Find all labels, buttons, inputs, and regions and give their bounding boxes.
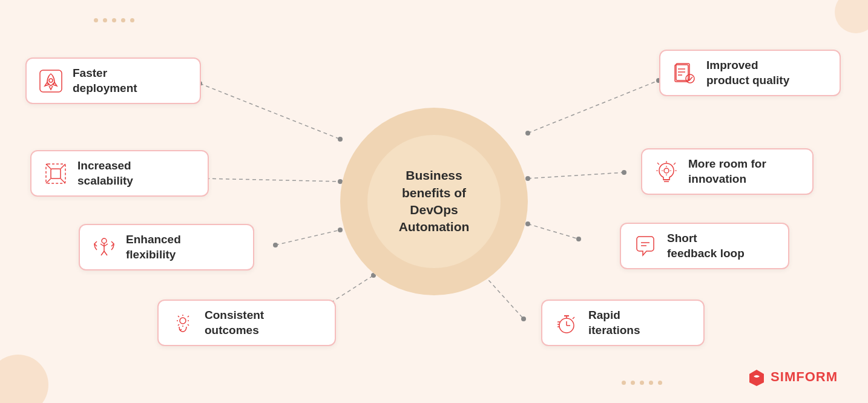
center-title: Business benefits of DevOps Automation <box>399 167 470 235</box>
svg-line-0 <box>200 84 340 139</box>
svg-line-1 <box>206 179 340 182</box>
svg-line-4 <box>528 80 659 133</box>
consistent-outcomes-label: Consistentoutcomes <box>205 308 264 338</box>
scalability-icon <box>41 159 70 188</box>
improved-product-quality-label: Improvedproduct quality <box>706 58 789 88</box>
svg-line-28 <box>46 164 51 169</box>
card-enhanced-flexibility: Enhancedflexibility <box>79 224 254 270</box>
card-rapid-iterations: Rapiditerations <box>541 300 705 346</box>
card-faster-deployment: Fasterdeployment <box>25 57 201 104</box>
gear-hand-icon <box>168 309 197 338</box>
simform-logo-text: SIMFORM <box>771 369 838 385</box>
svg-point-39 <box>686 74 694 83</box>
checklist-icon <box>670 59 699 88</box>
card-improved-product-quality: Improvedproduct quality <box>659 50 841 96</box>
chat-icon <box>631 232 660 261</box>
stopwatch-icon <box>552 309 581 338</box>
flexibility-icon <box>90 233 119 262</box>
deco-circle-top-right <box>835 0 868 33</box>
inner-circle: Business benefits of DevOps Automation <box>367 135 501 268</box>
svg-line-6 <box>528 224 579 239</box>
card-short-feedback-loop: Shortfeedback loop <box>620 223 789 269</box>
svg-point-33 <box>180 318 186 324</box>
rocket-icon <box>36 67 65 96</box>
faster-deployment-label: Fasterdeployment <box>73 66 137 96</box>
svg-point-12 <box>273 243 278 247</box>
simform-logo: SIMFORM <box>748 368 838 386</box>
svg-point-25 <box>49 79 53 82</box>
svg-line-31 <box>61 179 65 183</box>
deco-circle-bottom-left <box>0 355 48 403</box>
svg-line-30 <box>46 179 51 183</box>
lightbulb-icon <box>652 157 681 186</box>
short-feedback-loop-label: Shortfeedback loop <box>667 231 745 261</box>
svg-point-23 <box>521 316 526 321</box>
outer-ring: Business benefits of DevOps Automation <box>340 108 528 295</box>
center-circle-container: Business benefits of DevOps Automation <box>340 108 528 295</box>
simform-logo-icon <box>748 368 766 386</box>
svg-line-29 <box>61 164 65 169</box>
more-room-innovation-label: More room forinnovation <box>688 157 766 186</box>
increased-scalability-label: Increasedscalability <box>77 159 133 188</box>
svg-point-19 <box>622 170 626 175</box>
decorative-dots-top-left <box>94 18 134 22</box>
card-more-room-innovation: More room forinnovation <box>641 148 814 195</box>
svg-point-32 <box>102 238 107 243</box>
decorative-dots-bottom-right <box>622 381 662 385</box>
svg-rect-27 <box>51 169 61 179</box>
svg-line-2 <box>275 230 340 245</box>
rapid-iterations-label: Rapiditerations <box>588 308 640 338</box>
svg-point-21 <box>576 237 581 241</box>
card-consistent-outcomes: Consistentoutcomes <box>157 300 336 346</box>
svg-line-5 <box>528 172 624 179</box>
enhanced-flexibility-label: Enhancedflexibility <box>126 232 181 262</box>
card-increased-scalability: Increasedscalability <box>30 150 209 197</box>
svg-point-42 <box>664 168 669 173</box>
